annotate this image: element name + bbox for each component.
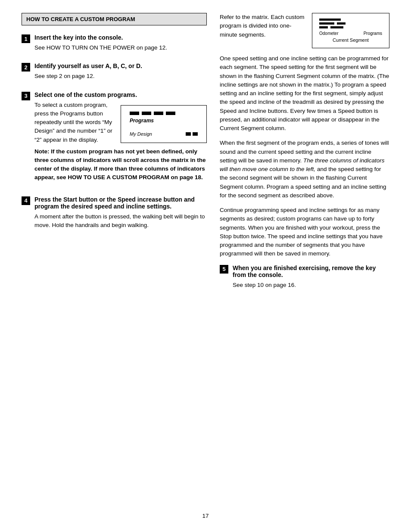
page-number: 17 — [0, 513, 411, 519]
step-2-body: See step 2 on page 12. — [34, 72, 207, 81]
step-1-title: Insert the key into the console. — [34, 34, 207, 41]
matrix-label-programs: Programs — [364, 31, 382, 36]
matrix-diagram: Odometer Programs Current Segment — [312, 13, 389, 48]
step-3-number: 3 — [22, 92, 30, 100]
prog-label: Programs — [130, 118, 198, 124]
mat-bar-long — [319, 19, 341, 21]
step-3-inner: To select a custom program, press the Pr… — [34, 101, 207, 147]
step-4-body: A moment after the button is pressed, th… — [34, 212, 207, 230]
step-4-title: Press the Start button or the Speed incr… — [34, 196, 207, 210]
prog-bar-3 — [154, 112, 163, 115]
step-5: 5 When you are finished exercising, remo… — [220, 264, 389, 293]
matrix-labels: Odometer Programs — [319, 31, 382, 36]
step-1-content: Insert the key into the console. See HOW… — [34, 34, 207, 56]
mydesign-blocks — [186, 132, 198, 136]
step-5-title: When you are finished exercising, remove… — [233, 264, 389, 278]
right-para-2: When the first segment of the program en… — [220, 139, 389, 200]
prog-row2: My Design — [130, 131, 198, 137]
page: HOW TO CREATE A CUSTOM PROGRAM 1 Insert … — [0, 0, 411, 532]
step-3-content: Select one of the custom programs. To se… — [34, 91, 207, 189]
prog-bar-2 — [142, 112, 151, 115]
step-2-number: 2 — [22, 63, 30, 72]
section-header: HOW TO CREATE A CUSTOM PROGRAM — [22, 13, 207, 25]
matrix-label-current: Current Segment — [319, 37, 382, 43]
right-para-3: Continue programming speed and incline s… — [220, 206, 389, 258]
step-3-note: Note: If the custom program has not yet … — [34, 147, 207, 182]
step-1-body: See HOW TO TURN ON THE POWER on page 12. — [34, 44, 207, 52]
right-intro-text: Refer to the matrix. Each custom program… — [220, 13, 305, 39]
matrix-bar-row-2 — [319, 22, 382, 25]
step-4: 4 Press the Start button or the Speed in… — [22, 196, 207, 233]
step-4-number: 4 — [22, 196, 30, 205]
matrix-bar-row-3 — [319, 26, 382, 28]
mat-bar-short — [319, 26, 328, 28]
step-2-title: Identify yourself as user A, B, C, or D. — [34, 62, 207, 69]
right-column: Refer to the matrix. Each custom program… — [220, 13, 389, 300]
step-5-number: 5 — [220, 265, 228, 274]
programs-diagram: Programs My Design — [121, 101, 207, 147]
mat-bar-extra — [337, 22, 346, 25]
step-4-content: Press the Start button or the Speed incr… — [34, 196, 207, 233]
mydesign-block-2 — [193, 132, 198, 136]
left-column: HOW TO CREATE A CUSTOM PROGRAM 1 Insert … — [22, 13, 207, 300]
step-1-number: 1 — [22, 34, 30, 43]
prog-bar-1 — [130, 112, 139, 115]
step-3-title: Select one of the custom programs. — [34, 91, 207, 98]
step-5-body: See step 10 on page 16. — [233, 281, 389, 289]
mydesign-block-1 — [186, 132, 191, 136]
matrix-label-odometer: Odometer — [319, 31, 338, 36]
right-para-1: One speed setting and one incline settin… — [220, 54, 389, 133]
prog-bar-4 — [166, 112, 175, 115]
step-5-content: When you are finished exercising, remove… — [233, 264, 389, 293]
prog-bars — [130, 112, 198, 115]
step-2: 2 Identify yourself as user A, B, C, or … — [22, 62, 207, 84]
mat-bar-medium — [319, 22, 334, 25]
step-3-text: To select a custom program, press the Pr… — [34, 101, 115, 144]
step-2-content: Identify yourself as user A, B, C, or D.… — [34, 62, 207, 84]
matrix-top-bars — [319, 19, 382, 28]
matrix-bar-row-1 — [319, 19, 382, 21]
mydesign-label: My Design — [130, 131, 152, 137]
step-1: 1 Insert the key into the console. See H… — [22, 34, 207, 56]
right-intro-top: Refer to the matrix. Each custom program… — [220, 13, 389, 48]
step-3: 3 Select one of the custom programs. To … — [22, 91, 207, 189]
mat-bar-extra2 — [330, 26, 343, 28]
